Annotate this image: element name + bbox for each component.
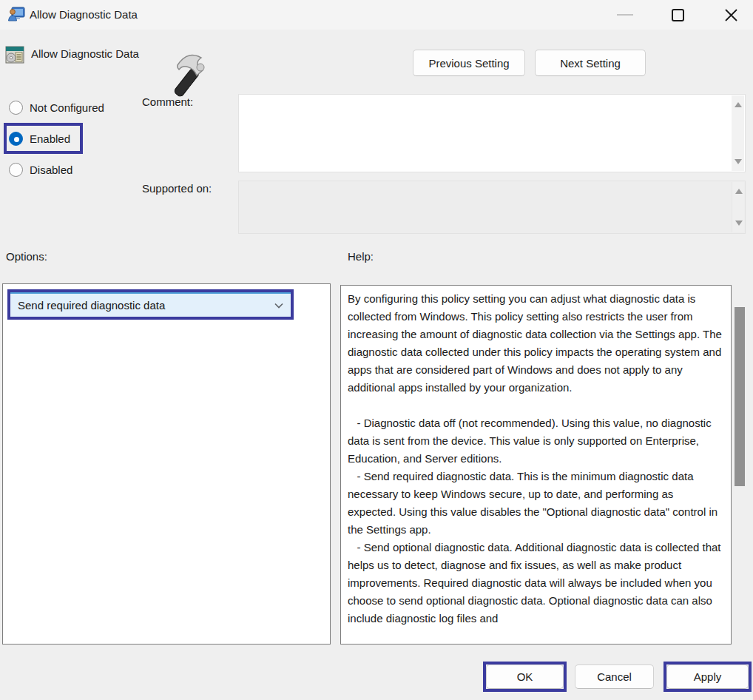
minimize-button[interactable] [608,0,642,30]
next-setting-button[interactable]: Next Setting [535,50,646,76]
minimize-icon [617,13,633,16]
radio-enabled[interactable]: Enabled [9,131,70,146]
radio-circle[interactable] [9,101,23,115]
scroll-down-icon[interactable] [735,221,743,226]
ok-button[interactable]: OK [486,664,564,689]
comment-label: Comment: [142,95,193,108]
group-policy-setting-dialog: Allow Diagnostic Data Allow Diagnostic D… [0,0,753,700]
radio-circle[interactable] [9,132,23,146]
radio-circle[interactable] [9,163,23,177]
supported-on-textarea [238,181,746,234]
close-icon [725,9,737,21]
annotation-box-ok: OK [483,662,567,692]
supported-on-scrollbar[interactable] [732,182,744,232]
diagnostic-data-dropdown[interactable]: Send required diagnostic data [10,292,291,317]
radio-label: Disabled [30,164,72,176]
help-text: By configuring this policy setting you c… [341,286,731,632]
radio-not-configured[interactable]: Not Configured [9,100,104,115]
options-panel: Send required diagnostic data [2,283,331,645]
radio-label: Not Configured [30,101,104,114]
options-label: Options: [6,250,47,263]
radio-label: Enabled [30,132,70,145]
scroll-up-icon[interactable] [735,189,743,194]
apply-button[interactable]: Apply [666,664,749,689]
maximize-icon [672,9,684,21]
previous-setting-button[interactable]: Previous Setting [413,50,525,76]
annotation-box-apply: Apply [663,662,752,692]
comment-textarea[interactable] [238,94,746,172]
help-scrollbar-thumb[interactable] [735,307,745,486]
chevron-down-icon [274,303,283,309]
cancel-button[interactable]: Cancel [575,664,654,689]
supported-on-label: Supported on: [142,182,212,195]
radio-disabled[interactable]: Disabled [9,162,72,177]
policy-setting-title: Allow Diagnostic Data [31,47,139,60]
maximize-button[interactable] [661,0,695,30]
app-icon [7,6,25,24]
help-panel: By configuring this policy setting you c… [340,285,732,645]
comment-scrollbar[interactable] [732,95,744,171]
hammer-cursor-icon [164,47,209,98]
window-title: Allow Diagnostic Data [30,0,138,30]
scroll-down-icon[interactable] [735,159,742,164]
help-label: Help: [348,250,374,263]
annotation-box-dropdown: Send required diagnostic data [7,289,294,320]
policy-icon [4,44,25,65]
titlebar: Allow Diagnostic Data [0,0,753,30]
scroll-up-icon[interactable] [735,102,742,107]
close-button[interactable] [714,0,748,30]
dropdown-value: Send required diagnostic data [18,299,165,312]
